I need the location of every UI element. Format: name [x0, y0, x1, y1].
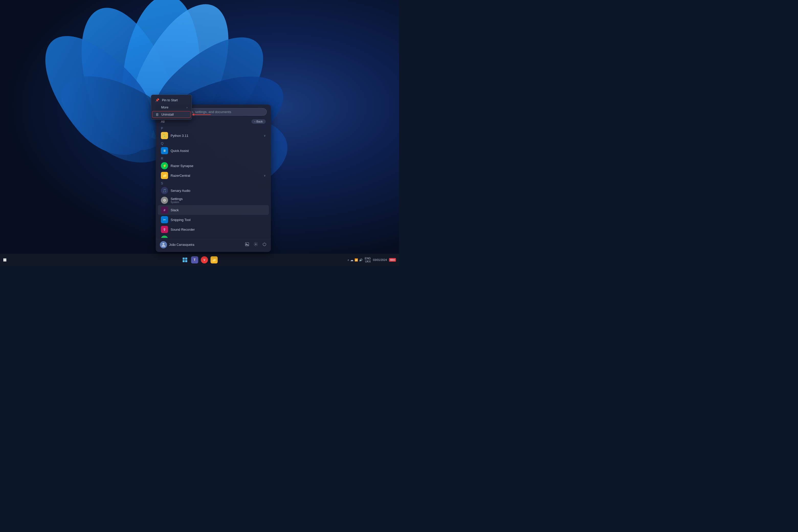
app-settings[interactable]: ⚙ Settings System: [158, 195, 269, 205]
app-slack-label: Slack: [171, 208, 266, 212]
taskbar-right: ∧ ☁ 📶 🔊 ENG UKX 03/01/2024 XDA: [347, 257, 396, 263]
context-pin-to-start[interactable]: 📌 Pin to Start: [151, 96, 192, 104]
svg-point-0: [163, 243, 164, 245]
razer-synapse-icon: ⚡: [161, 162, 168, 169]
more-label: More: [155, 106, 184, 109]
back-chevron-icon: ‹: [254, 120, 255, 123]
app-senary-audio-label: Senary Audio: [171, 189, 266, 193]
context-more[interactable]: More ›: [151, 104, 192, 111]
app-spotify[interactable]: ♪ Spotify: [158, 234, 269, 238]
system-tray-icons: ∧ ☁ 📶 🔊: [347, 258, 363, 262]
svg-rect-1: [245, 243, 249, 246]
gallery-icon[interactable]: [245, 242, 249, 248]
settings-icon: ⚙: [161, 197, 168, 204]
tray-chevron-icon[interactable]: ∧: [347, 259, 349, 261]
app-razer-synapse[interactable]: ⚡ Razer Synapse: [158, 161, 269, 171]
windows-logo: [183, 258, 187, 262]
sound-recorder-icon: 🎙: [161, 226, 168, 233]
xda-logo: XDA: [389, 258, 396, 262]
context-menu: 📌 Pin to Start More › 🗑 Uninstall: [151, 95, 192, 120]
app-razercental-label: RazerCentral: [171, 174, 261, 177]
red-arrow-indicator: [192, 113, 211, 116]
razercental-icon: 📁: [161, 172, 168, 179]
start-menu-footer: João Carrasqueira: [156, 239, 271, 249]
explorer-taskbar-button[interactable]: 📁: [210, 256, 218, 264]
wifi-icon: 📶: [355, 258, 358, 262]
letter-q: Q: [158, 140, 269, 146]
svg-point-3: [255, 244, 256, 245]
user-area[interactable]: João Carrasqueira: [160, 241, 194, 248]
vivaldi-icon: V: [201, 256, 208, 263]
snipping-tool-icon: ✂: [161, 216, 168, 223]
python-icon: 🐍: [161, 132, 168, 139]
vivaldi-taskbar-button[interactable]: V: [200, 256, 208, 264]
settings-footer-icon[interactable]: [253, 242, 258, 248]
senary-audio-icon: 🎵: [161, 187, 168, 194]
app-quickassist-label: Quick Assist: [171, 149, 266, 153]
app-slack[interactable]: # Slack: [158, 205, 269, 215]
app-spotify-label: Spotify: [171, 238, 266, 238]
date-label: 03/01/2024: [373, 258, 387, 261]
letter-p: P: [158, 125, 269, 131]
taskbar-left: ⬜: [3, 258, 7, 262]
app-razercental[interactable]: 📁 RazerCentral ∨: [158, 171, 269, 180]
start-button[interactable]: [181, 256, 189, 264]
app-settings-label: Settings: [171, 197, 183, 201]
app-quickassist[interactable]: 🖥 Quick Assist: [158, 146, 269, 155]
file-explorer-icon: 📁: [210, 256, 218, 263]
more-arrow-icon: ›: [187, 106, 188, 109]
app-snipping-tool[interactable]: ✂ Snipping Tool: [158, 215, 269, 225]
taskbar: ⬜ T V: [0, 254, 399, 266]
user-avatar: [160, 241, 167, 248]
app-settings-subtitle: System: [171, 201, 183, 204]
language-label: ENG: [365, 257, 371, 260]
slack-icon: #: [161, 206, 168, 213]
context-uninstall[interactable]: 🗑 Uninstall: [152, 111, 191, 118]
teams-taskbar-button[interactable]: T: [191, 256, 199, 264]
notification-icon[interactable]: ⬜: [3, 258, 7, 262]
power-icon[interactable]: [262, 242, 267, 248]
svg-rect-2: [246, 244, 247, 244]
letter-r: R: [158, 155, 269, 161]
locale-label: UKX: [365, 260, 371, 263]
app-razer-synapse-label: Razer Synapse: [171, 164, 266, 168]
weather-icon: ☁: [350, 258, 354, 262]
python-expand-icon: ∨: [264, 134, 266, 137]
teams-icon: T: [191, 256, 198, 263]
back-button[interactable]: ‹ Back: [251, 119, 266, 124]
desktop: 🔍 Search for apps, settings, and documen…: [0, 0, 399, 266]
razercental-expand-icon: ∨: [264, 174, 266, 177]
uninstall-icon: 🗑: [155, 113, 159, 116]
app-sound-recorder-label: Sound Recorder: [171, 228, 266, 231]
quickassist-icon: 🖥: [161, 147, 168, 154]
app-python[interactable]: 🐍 Python 3.11 ∨: [158, 131, 269, 140]
uninstall-label: Uninstall: [162, 113, 187, 116]
app-snipping-tool-label: Snipping Tool: [171, 218, 266, 222]
app-python-label: Python 3.11: [171, 134, 261, 138]
app-senary-audio[interactable]: 🎵 Senary Audio: [158, 186, 269, 195]
letter-s: S: [158, 180, 269, 186]
start-menu: 🔍 Search for apps, settings, and documen…: [156, 104, 271, 252]
footer-icons: [245, 242, 267, 248]
pin-icon: 📌: [155, 98, 159, 102]
clock-area[interactable]: ENG UKX: [365, 257, 371, 263]
app-list: P 🐍 Python 3.11 ∨ Q 🖥 Quick Assist R: [156, 125, 271, 238]
pin-to-start-label: Pin to Start: [162, 98, 188, 102]
user-name-label: João Carrasqueira: [169, 243, 194, 247]
all-apps-label: All: [161, 120, 165, 124]
spotify-icon: ♪: [161, 235, 168, 238]
date-time-area[interactable]: 03/01/2024: [373, 258, 387, 261]
volume-icon: 🔊: [359, 258, 363, 262]
taskbar-center: T V 📁: [181, 256, 218, 264]
app-sound-recorder[interactable]: 🎙 Sound Recorder: [158, 225, 269, 234]
